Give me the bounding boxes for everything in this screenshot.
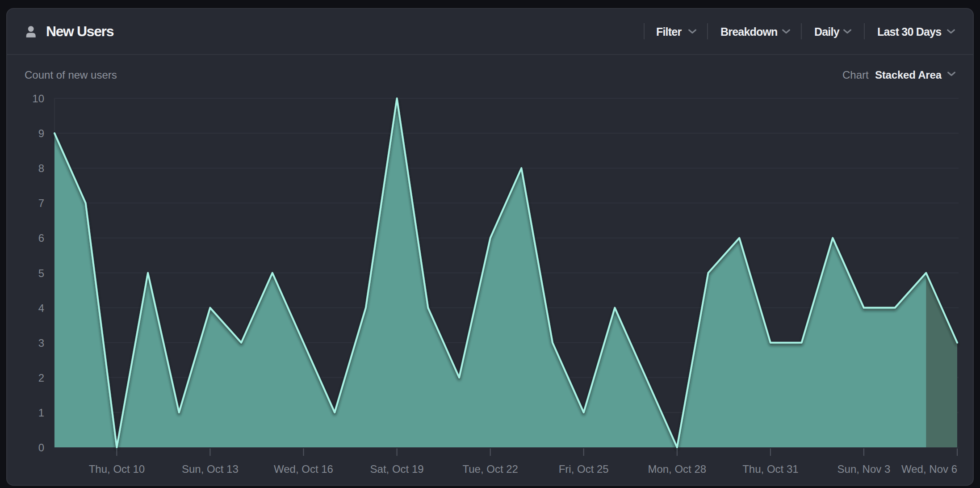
svg-text:Thu, Oct 10: Thu, Oct 10 xyxy=(89,463,145,475)
svg-text:Sat, Oct 19: Sat, Oct 19 xyxy=(370,463,424,475)
svg-text:Fri, Oct 25: Fri, Oct 25 xyxy=(559,463,609,475)
svg-text:Thu, Oct 31: Thu, Oct 31 xyxy=(742,463,798,475)
svg-text:Mon, Oct 28: Mon, Oct 28 xyxy=(648,463,706,475)
svg-text:6: 6 xyxy=(38,232,44,244)
svg-text:1: 1 xyxy=(38,407,44,419)
svg-text:9: 9 xyxy=(38,127,44,139)
svg-text:4: 4 xyxy=(38,302,44,314)
svg-text:Wed, Nov 6: Wed, Nov 6 xyxy=(901,463,957,475)
svg-text:3: 3 xyxy=(38,337,44,349)
svg-text:Wed, Oct 16: Wed, Oct 16 xyxy=(274,463,333,475)
svg-text:5: 5 xyxy=(38,267,44,279)
svg-text:Tue, Oct 22: Tue, Oct 22 xyxy=(462,463,518,475)
svg-text:10: 10 xyxy=(32,93,44,105)
svg-text:0: 0 xyxy=(38,442,44,454)
svg-text:2: 2 xyxy=(38,372,44,384)
svg-text:Sun, Oct 13: Sun, Oct 13 xyxy=(182,463,239,475)
svg-text:8: 8 xyxy=(38,162,44,174)
svg-text:Sun, Nov 3: Sun, Nov 3 xyxy=(838,463,891,475)
svg-text:7: 7 xyxy=(38,197,44,209)
